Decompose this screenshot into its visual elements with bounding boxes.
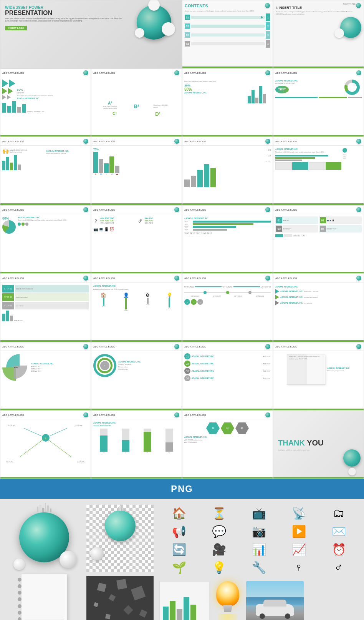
title-sub: PRESENTATION xyxy=(5,10,127,16)
slide-pie: ADD A TITLE SLIDE 60% ASADAL INTERNET, I… xyxy=(0,205,91,274)
dark-squares-bg: month plan project xyxy=(86,576,154,620)
alarm-icon: ⏰ xyxy=(321,543,356,556)
slide-header: ADD A TITLE SLIDE xyxy=(182,69,273,77)
rotate-icon: 🔄 xyxy=(161,543,197,556)
tools-icon: 🔧 xyxy=(241,561,276,574)
globe-icon xyxy=(356,70,362,76)
slide-add-title-4: ADD A TITLE SLIDE ASADAL INTERNET, INC. … xyxy=(273,68,364,137)
slide-contents: CONTENTS Asadal has been running one of … xyxy=(182,0,273,68)
slide-label: ADD A TITLE SLIDE xyxy=(93,72,115,74)
slide-add-title-2: ADD A TITLE SLIDE A¹ More than 1,000,000… xyxy=(91,68,182,137)
slide-insert-title: INSERY TITLE I. INSERT TITLE Asadal has … xyxy=(273,0,364,68)
chart-board xyxy=(159,581,209,620)
home-icon: 🏠 xyxy=(161,507,197,520)
tv-icon: 📺 xyxy=(241,507,276,520)
thank-text: THANK xyxy=(278,439,305,447)
chat-icon: 💬 xyxy=(201,525,237,538)
car-photo xyxy=(246,581,304,620)
slide-leaf: ADD A TITLE SLIDE TEXT ASADAL INTERNET, … xyxy=(0,342,91,411)
folder-search-icon: 🗂 xyxy=(321,507,356,520)
spiral-notebook xyxy=(21,574,67,620)
male-icon: ♂ xyxy=(321,561,356,574)
slide-thankyou: THANK YOU Insert your subtitle or main a… xyxy=(273,411,364,479)
title-desc: Insert your subtitle or main author's na… xyxy=(5,18,127,23)
slide-label: ADD A TITLE SLIDE xyxy=(275,72,297,74)
svg-line-3 xyxy=(46,438,72,457)
slide-hex: ADD A TITLE SLIDE 01 02 03 ASADAL INTERN… xyxy=(182,411,273,479)
megaphone-icon: 📢 xyxy=(161,525,197,538)
svg-line-0 xyxy=(24,428,45,438)
slide-numgrid: ADD A TITLE SLIDE 01 ASADAL 02 📺💻📱 03 IN… xyxy=(273,205,364,274)
slide-label: ADD A TITLE SLIDE xyxy=(2,72,24,74)
slide-table: ADD A TITLE SLIDE ASADAL INTERNET, INC. … xyxy=(273,137,364,205)
white-sphere-2 xyxy=(13,558,25,570)
slide-hands: ADD A TITLE SLIDE 🙌 ASADAL INTERNET, INC… xyxy=(0,137,91,205)
slide-header: ADD A TITLE SLIDE xyxy=(0,69,91,77)
slide-add-title-1: ADD A TITLE SLIDE xyxy=(0,68,91,137)
slide-steps: ADD A TITLE SLIDE STEP 01 ASADAL INTERNE… xyxy=(0,274,91,342)
png-label: PNG xyxy=(0,479,364,499)
area-chart-icon: 📈 xyxy=(281,543,316,556)
bar-chart-icon: 📊 xyxy=(241,543,276,556)
slide-bar-chart: ADD A TITLE SLIDE 70% 🏠 👤 ⚙ 📊 xyxy=(91,137,182,205)
slide-multibar: ADD A TITLE SLIDE ASADAL INTERNET, INC. … xyxy=(91,411,182,479)
globe-icon xyxy=(83,70,89,76)
svg-line-1 xyxy=(46,428,67,438)
slide-growth: ADD A TITLE SLIDE → 03 → 02 → 01 xyxy=(182,137,273,205)
wifi-icon: 📡 xyxy=(281,507,316,520)
you-text: YOU xyxy=(305,439,324,447)
female-icon: ♀ xyxy=(281,561,316,574)
slide-network: ADD A TITLE SLIDE C ASADAL ASADAL ASADAL… xyxy=(0,411,91,479)
transparent-checker xyxy=(86,505,154,572)
svg-line-2 xyxy=(20,438,46,457)
slide-title: WIDE 29SET POWER PRESENTATION Insert you… xyxy=(0,0,182,68)
logo-button[interactable]: INSERT LOGO xyxy=(5,26,27,30)
video-icon: 🎥 xyxy=(201,543,237,556)
play-icon: ▶️ xyxy=(281,525,316,538)
slide-gender: ADD A TITLE SLIDE ♀ 46% ADD TEXT 55% ADD… xyxy=(91,205,182,274)
slide-add-title-3: ADD A TITLE SLIDE Insert your subtitle o… xyxy=(182,68,273,137)
slide-circular: ADD A TITLE SLIDE T ASADAL INTERNET, INC… xyxy=(91,342,182,411)
slide-timeline: ADD A TITLE SLIDE OPTION 01 OPTION 02 OP… xyxy=(182,274,273,342)
slide-icon-cols: ADD A TITLE SLIDE ASADAL INTERNET, INC. … xyxy=(91,274,182,342)
slide-arrowlist: ADD A TITLE SLIDE ASADAL INTERNET, INC. … xyxy=(273,274,364,342)
icons-section: 🏠 ⏳ 📺 📡 🗂 📢 💬 📷 ▶️ ✉️ 🔄 🎥 📊 📈 ⏰ 🌱 xyxy=(159,505,358,576)
contents-title: CONTENTS xyxy=(185,3,208,8)
slide-header: ADD A TITLE SLIDE xyxy=(91,69,182,77)
slide-label: ADD A TITLE SLIDE xyxy=(184,72,206,74)
hourglass-icon: ⏳ xyxy=(201,507,237,520)
white-sphere-1 xyxy=(60,551,77,568)
plant-icon: 🌱 xyxy=(161,561,197,574)
slide-book: ADD A TITLE SLIDE More than 1,000,000 pe… xyxy=(273,342,364,411)
lightbulb-asset xyxy=(212,581,243,620)
slide-iconlist: ADD A TITLE SLIDE 01 ASADAL INTERNET, IN… xyxy=(182,342,273,411)
globe-icon xyxy=(265,70,271,76)
slide-header: ADD A TITLE SLIDE xyxy=(273,69,364,77)
slide-hbars: ADD A TITLE SLIDE + ASADAL INTERNET, INC… xyxy=(182,205,273,274)
camera-scan-icon: 📷 xyxy=(241,525,276,538)
insert-title-text: I. INSERT TITLE xyxy=(276,6,356,10)
company-label: ASADAL INTERNET, INC. xyxy=(17,97,89,100)
mail-icon: ✉️ xyxy=(321,525,356,538)
bulb-icon: 💡 xyxy=(201,561,237,574)
globe-icon xyxy=(174,70,180,76)
